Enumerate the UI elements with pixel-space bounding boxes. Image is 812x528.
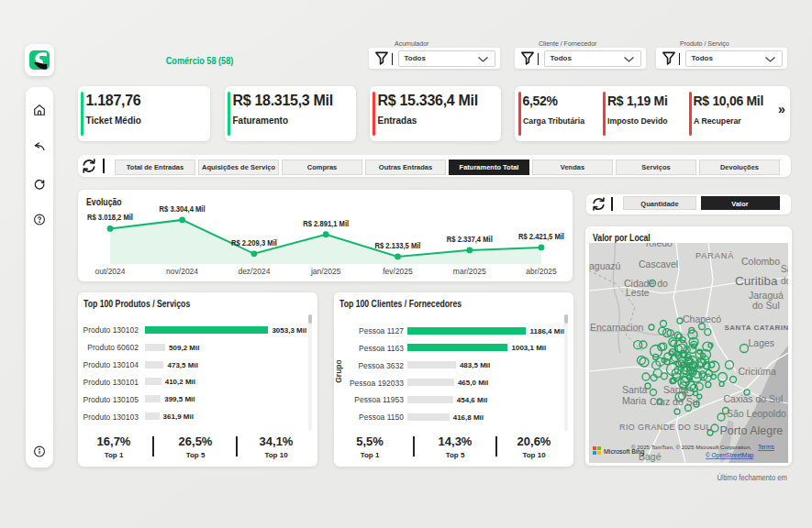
svg-text:nov/2024: nov/2024: [166, 267, 198, 276]
svg-text:Microsoft Bing: Microsoft Bing: [604, 448, 644, 456]
svg-text:Cascavel: Cascavel: [639, 258, 678, 270]
svg-text:RIO GRANDE DO SUL: RIO GRANDE DO SUL: [619, 423, 711, 432]
svg-text:out/2024: out/2024: [95, 267, 125, 276]
svg-text:R$ 3.018,2 Mil: R$ 3.018,2 Mil: [87, 213, 133, 222]
svg-text:do Sul: do Sul: [752, 300, 780, 311]
svg-text:jan/2025: jan/2025: [310, 267, 341, 276]
svg-text:Maria: Maria: [622, 395, 646, 406]
svg-text:Santa: Santa: [663, 384, 689, 395]
svg-text:R$ 3.304,4 Mil: R$ 3.304,4 Mil: [160, 204, 206, 214]
svg-text:aguazú: aguazú: [589, 260, 621, 271]
svg-text:dez/2024: dez/2024: [238, 267, 270, 276]
svg-text:Terms: Terms: [758, 444, 774, 450]
svg-text:PARANÁ: PARANÁ: [695, 251, 734, 260]
svg-text:mar/2025: mar/2025: [453, 267, 486, 276]
svg-text:Porto Alegre: Porto Alegre: [720, 424, 784, 437]
svg-text:Chapecó: Chapecó: [683, 314, 721, 324]
svg-text:R$ 2.209,3 Mil: R$ 2.209,3 Mil: [231, 238, 277, 248]
svg-text:Leste: Leste: [626, 287, 650, 298]
svg-text:abr/2025: abr/2025: [526, 267, 557, 276]
svg-text:Toledo: Toledo: [644, 243, 673, 248]
svg-text:São Leopoldo: São Leopoldo: [727, 408, 786, 419]
svg-text:Criciúma: Criciúma: [739, 366, 777, 377]
svg-text:SANTA CATARIN: SANTA CATARIN: [725, 324, 789, 332]
svg-text:R$ 2.133,5 Mil: R$ 2.133,5 Mil: [375, 241, 421, 250]
svg-text:fev/2025: fev/2025: [383, 267, 413, 276]
svg-text:Cruz do Sul: Cruz do Sul: [650, 396, 700, 407]
svg-text:Curitiba: Curitiba: [735, 274, 778, 288]
svg-text:Sã: Sã: [781, 264, 788, 274]
svg-text:© OpenStreetMap: © OpenStreetMap: [706, 452, 754, 459]
svg-text:Encarnacion: Encarnacion: [590, 322, 644, 333]
svg-text:Colombo: Colombo: [741, 256, 780, 267]
svg-text:do: do: [781, 276, 788, 286]
svg-text:R$ 2.891,1 Mil: R$ 2.891,1 Mil: [303, 219, 349, 228]
svg-text:Caxias do Sul: Caxias do Sul: [724, 393, 784, 404]
svg-text:R$ 2.337,4 Mil: R$ 2.337,4 Mil: [447, 235, 493, 244]
svg-text:Santa: Santa: [622, 384, 648, 395]
svg-text:Lages: Lages: [749, 337, 775, 348]
svg-text:© 2025 TomTom, © 2025 Microsof: © 2025 TomTom, © 2025 Microsoft Corporat…: [631, 444, 751, 450]
svg-text:R$ 2.421,5 Mil: R$ 2.421,5 Mil: [518, 232, 564, 241]
